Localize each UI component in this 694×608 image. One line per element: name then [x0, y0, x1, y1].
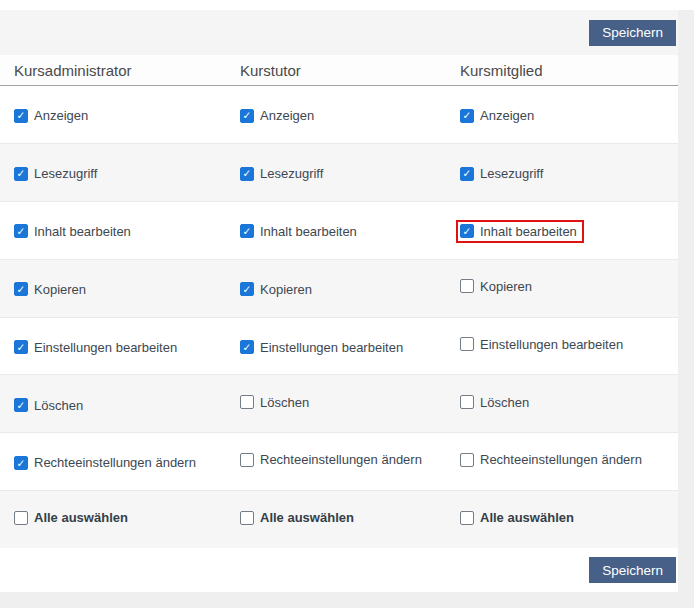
- checkbox-item-highlighted[interactable]: ✓Inhalt bearbeiten: [456, 220, 584, 243]
- permission-cell: ✓Kopieren: [226, 279, 446, 297]
- checkbox-item[interactable]: Löschen: [460, 395, 529, 410]
- checkbox-item[interactable]: ✓Einstellungen bearbeiten: [240, 340, 403, 355]
- checkbox-unchecked[interactable]: [460, 279, 474, 293]
- checkbox-item[interactable]: Alle auswählen: [14, 510, 128, 525]
- table-row: ✓Lesezugriff✓Lesezugriff✓Lesezugriff: [0, 143, 678, 201]
- top-toolbar: Speichern: [0, 10, 678, 55]
- checkbox-item[interactable]: Alle auswählen: [460, 510, 574, 525]
- checkbox-unchecked[interactable]: [240, 395, 254, 409]
- checkbox-item[interactable]: ✓Inhalt bearbeiten: [240, 224, 357, 239]
- checkbox-item[interactable]: ✓Anzeigen: [460, 108, 534, 123]
- column-header-row: Kursadministrator Kurstutor Kursmitglied: [0, 55, 678, 86]
- checkbox-item[interactable]: ✓Lesezugriff: [14, 166, 97, 181]
- checkbox-label: Alle auswählen: [260, 510, 354, 525]
- table-row: ✓Rechteeinstellungen ändernRechteeinstel…: [0, 432, 678, 490]
- checkbox-item[interactable]: Einstellungen bearbeiten: [460, 337, 623, 352]
- permission-cell: ✓Rechteeinstellungen ändern: [0, 453, 226, 471]
- checkbox-item[interactable]: ✓Kopieren: [14, 282, 86, 297]
- checkbox-item[interactable]: ✓Anzeigen: [240, 108, 314, 123]
- checkbox-item[interactable]: ✓Löschen: [14, 398, 83, 413]
- checkbox-checked[interactable]: ✓: [240, 167, 254, 181]
- permissions-panel: Speichern Kursadministrator Kurstutor Ku…: [0, 10, 678, 592]
- checkbox-checked[interactable]: ✓: [460, 109, 474, 123]
- checkbox-item[interactable]: ✓Einstellungen bearbeiten: [14, 340, 177, 355]
- checkbox-checked[interactable]: ✓: [14, 398, 28, 412]
- permission-cell: Kopieren: [446, 279, 678, 298]
- bottom-toolbar: Speichern: [0, 548, 678, 592]
- checkbox-label: Kopieren: [34, 282, 86, 297]
- checkbox-item[interactable]: ✓Kopieren: [240, 282, 312, 297]
- save-button-top[interactable]: Speichern: [589, 20, 676, 46]
- checkbox-label: Anzeigen: [34, 108, 88, 123]
- checkbox-item[interactable]: Kopieren: [460, 279, 532, 294]
- table-row: ✓Inhalt bearbeiten✓Inhalt bearbeiten✓Inh…: [0, 201, 678, 259]
- checkbox-label: Einstellungen bearbeiten: [480, 337, 623, 352]
- table-row: Alle auswählenAlle auswählenAlle auswähl…: [0, 490, 678, 548]
- checkbox-item[interactable]: Alle auswählen: [240, 510, 354, 525]
- checkbox-item[interactable]: Rechteeinstellungen ändern: [240, 452, 422, 467]
- table-row: ✓Anzeigen✓Anzeigen✓Anzeigen: [0, 86, 678, 143]
- permission-cell: Löschen: [226, 395, 446, 414]
- column-header-kurstutor: Kurstutor: [226, 62, 446, 79]
- permission-cell: Rechteeinstellungen ändern: [446, 452, 678, 471]
- permission-cell: ✓Inhalt bearbeiten: [446, 221, 678, 239]
- checkbox-checked[interactable]: ✓: [14, 224, 28, 238]
- checkbox-unchecked[interactable]: [460, 453, 474, 467]
- checkbox-unchecked[interactable]: [460, 511, 474, 525]
- checkbox-label: Löschen: [260, 395, 309, 410]
- checkbox-item[interactable]: ✓Inhalt bearbeiten: [14, 224, 131, 239]
- checkbox-item[interactable]: Löschen: [240, 395, 309, 410]
- permission-cell: Alle auswählen: [226, 510, 446, 529]
- checkbox-checked[interactable]: ✓: [14, 282, 28, 296]
- table-row: ✓Kopieren✓KopierenKopieren: [0, 259, 678, 317]
- checkbox-label: Löschen: [34, 398, 83, 413]
- checkbox-label: Kopieren: [480, 279, 532, 294]
- checkbox-checked[interactable]: ✓: [460, 167, 474, 181]
- permission-cell: Rechteeinstellungen ändern: [226, 452, 446, 471]
- checkbox-label: Inhalt bearbeiten: [34, 224, 131, 239]
- checkbox-item[interactable]: ✓Anzeigen: [14, 108, 88, 123]
- permission-cell: Alle auswählen: [446, 510, 678, 529]
- checkbox-label: Lesezugriff: [34, 166, 97, 181]
- checkbox-label: Einstellungen bearbeiten: [260, 340, 403, 355]
- checkbox-item[interactable]: ✓Lesezugriff: [240, 166, 323, 181]
- save-button-bottom[interactable]: Speichern: [589, 557, 676, 583]
- checkbox-checked[interactable]: ✓: [460, 224, 474, 238]
- checkbox-item[interactable]: ✓Lesezugriff: [460, 166, 543, 181]
- checkbox-label: Alle auswählen: [34, 510, 128, 525]
- permission-cell: ✓Löschen: [0, 395, 226, 413]
- checkbox-label: Löschen: [480, 395, 529, 410]
- checkbox-unchecked[interactable]: [240, 511, 254, 525]
- checkbox-label: Lesezugriff: [260, 166, 323, 181]
- checkbox-item[interactable]: ✓Rechteeinstellungen ändern: [14, 455, 196, 470]
- checkbox-unchecked[interactable]: [14, 511, 28, 525]
- checkbox-unchecked[interactable]: [240, 453, 254, 467]
- checkbox-checked[interactable]: ✓: [14, 167, 28, 181]
- checkbox-checked[interactable]: ✓: [14, 456, 28, 470]
- checkbox-checked[interactable]: ✓: [240, 340, 254, 354]
- checkbox-label: Anzeigen: [260, 108, 314, 123]
- checkbox-label: Anzeigen: [480, 108, 534, 123]
- permission-cell: ✓Inhalt bearbeiten: [226, 221, 446, 239]
- checkbox-checked[interactable]: ✓: [240, 282, 254, 296]
- checkbox-label: Rechteeinstellungen ändern: [260, 452, 422, 467]
- permission-cell: ✓Anzeigen: [0, 105, 226, 123]
- checkbox-unchecked[interactable]: [460, 395, 474, 409]
- checkbox-item[interactable]: Rechteeinstellungen ändern: [460, 452, 642, 467]
- checkbox-unchecked[interactable]: [460, 337, 474, 351]
- permission-cell: ✓Lesezugriff: [0, 163, 226, 181]
- permission-cell: ✓Anzeigen: [226, 105, 446, 123]
- checkbox-checked[interactable]: ✓: [240, 109, 254, 123]
- checkbox-checked[interactable]: ✓: [14, 340, 28, 354]
- checkbox-checked[interactable]: ✓: [14, 109, 28, 123]
- permission-cell: ✓Lesezugriff: [226, 163, 446, 181]
- permissions-rows: ✓Anzeigen✓Anzeigen✓Anzeigen✓Lesezugriff✓…: [0, 86, 678, 548]
- permission-cell: ✓Einstellungen bearbeiten: [226, 337, 446, 355]
- column-header-kursadministrator: Kursadministrator: [0, 62, 226, 79]
- permission-cell: ✓Inhalt bearbeiten: [0, 221, 226, 239]
- checkbox-checked[interactable]: ✓: [240, 224, 254, 238]
- permission-cell: Einstellungen bearbeiten: [446, 337, 678, 356]
- checkbox-label: Rechteeinstellungen ändern: [480, 452, 642, 467]
- permission-cell: ✓Einstellungen bearbeiten: [0, 337, 226, 355]
- table-row: ✓LöschenLöschenLöschen: [0, 374, 678, 432]
